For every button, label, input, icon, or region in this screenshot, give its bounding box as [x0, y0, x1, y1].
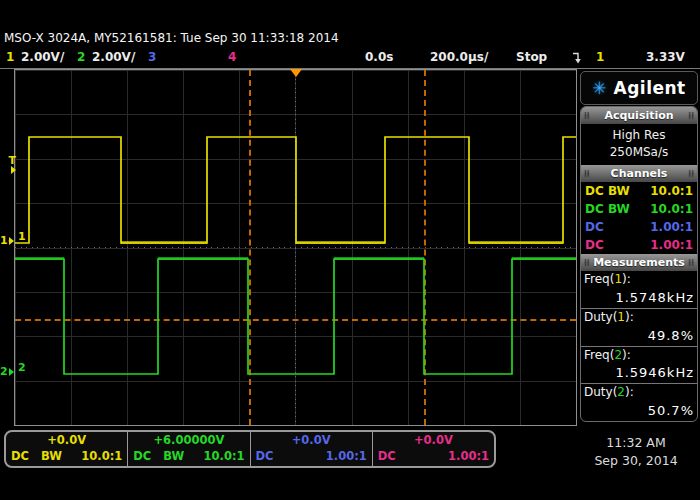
ch2-bw-limit: BW — [163, 450, 184, 463]
channel-row-4[interactable]: DC 1.00:1 — [581, 236, 697, 254]
grip-icon: ⁞⁞ — [584, 107, 590, 124]
ch1-offset: +0.0V — [11, 434, 122, 447]
channels-section-header[interactable]: ⁞⁞ Channels ⁞⁞ — [581, 165, 697, 182]
status-ch2-scale[interactable]: 2.00V/ — [92, 50, 135, 64]
graticule[interactable]: 1 2 — [14, 69, 577, 426]
instrument-title: MSO-X 3024A, MY52161581: Tue Sep 30 11:3… — [4, 31, 339, 45]
ch3-coupling: DC — [256, 450, 274, 463]
ch2-ground-marker[interactable]: 2 — [0, 367, 14, 377]
ch1-coupling: DC — [11, 450, 29, 463]
ch1-coupling: DC BW — [585, 182, 630, 200]
trigger-position-marker-icon[interactable] — [290, 69, 302, 77]
clock: 11:32 AM Sep 30, 2014 — [576, 434, 696, 470]
ch1-ground-marker[interactable]: 1 — [0, 236, 14, 246]
trigger-level-arrow-icon — [11, 166, 16, 174]
status-delay[interactable]: 0.0s — [365, 50, 393, 64]
ch3-probe-ratio: 1.00:1 — [326, 450, 367, 463]
grip-icon: ⁞⁞ — [688, 165, 694, 182]
bottom-cell-ch1[interactable]: +0.0V DC BW 10.0:1 — [6, 432, 128, 466]
ch2-ground-arrow-icon — [9, 368, 14, 376]
measurement-value: 50.7% — [584, 403, 694, 421]
ch2-probe-ratio: 10.0:1 — [650, 200, 693, 218]
ch2-offset: +6.00000V — [133, 434, 244, 447]
channel-row-2[interactable]: DC BW 10.0:1 — [581, 200, 697, 218]
measurement-row[interactable]: Freq(1): 1.5748kHz — [581, 271, 697, 309]
ch1-ground-arrow-icon — [9, 237, 14, 245]
status-timebase[interactable]: 200.0µs/ — [430, 50, 488, 64]
clock-date: Sep 30, 2014 — [576, 452, 696, 470]
brand-name: Agilent — [614, 78, 686, 98]
status-ch2-number[interactable]: 2 — [77, 50, 85, 64]
ch1-probe-ratio: 10.0:1 — [650, 182, 693, 200]
measurement-row[interactable]: Duty(1): 49.8% — [581, 309, 697, 347]
status-ch4-number[interactable]: 4 — [228, 50, 236, 64]
measurement-row[interactable]: Freq(2): 1.5946kHz — [581, 347, 697, 385]
status-ch1-scale[interactable]: 2.00V/ — [21, 50, 64, 64]
ch2-ground-inline-label: 2 — [18, 361, 26, 374]
measurements-section-header[interactable]: ⁞⁞ Measurements ⁞⁞ — [581, 254, 697, 271]
ch3-coupling: DC — [585, 218, 604, 236]
oscilloscope-screen: MSO-X 3024A, MY52161581: Tue Sep 30 11:3… — [0, 0, 700, 500]
measurement-row[interactable]: Duty(2): 50.7% — [581, 384, 697, 421]
grip-icon: ⁞⁞ — [584, 254, 590, 271]
brand-box: ✳ Agilent — [580, 71, 698, 105]
ch1-ground-label: 1 — [0, 236, 8, 246]
measurement-value: 49.8% — [584, 328, 694, 346]
status-ch3-number[interactable]: 3 — [148, 50, 156, 64]
grip-icon: ⁞⁞ — [688, 254, 694, 271]
status-ch1-number[interactable]: 1 — [6, 50, 14, 64]
measurement-value: 1.5748kHz — [584, 290, 694, 308]
measurement-list: Freq(1): 1.5748kHz Duty(1): 49.8% Freq(2… — [581, 271, 697, 421]
ch4-offset: +0.0V — [378, 434, 489, 447]
measurement-value: 1.5946kHz — [584, 365, 694, 383]
ch4-probe-ratio: 1.00:1 — [650, 236, 693, 254]
ch1-ground-inline-label: 1 — [18, 230, 26, 243]
ch1-probe-ratio: 10.0:1 — [81, 450, 122, 463]
ch2-coupling: DC BW — [585, 200, 630, 218]
sample-rate: 250MSa/s — [581, 144, 697, 161]
status-trigger-source[interactable]: 1 — [596, 50, 604, 64]
bottom-cell-ch2[interactable]: +6.00000V DC BW 10.0:1 — [128, 432, 250, 466]
falling-edge-trigger-icon — [572, 51, 583, 67]
acquisition-info: High Res 250MSa/s — [581, 124, 697, 165]
side-panel: ⁞⁞ Acquisition ⁞⁞ High Res 250MSa/s ⁞⁞ C… — [580, 106, 698, 422]
ch3-probe-ratio: 1.00:1 — [650, 218, 693, 236]
status-trigger-level[interactable]: 3.33V — [646, 50, 685, 64]
bottom-cell-ch3[interactable]: +0.0V DC 1.00:1 — [251, 432, 373, 466]
ch4-probe-ratio: 1.00:1 — [448, 450, 489, 463]
bottom-channel-bar: +0.0V DC BW 10.0:1 +6.00000V DC BW 10.0:… — [4, 430, 496, 468]
status-run-state[interactable]: Stop — [516, 50, 547, 64]
clock-time: 11:32 AM — [576, 434, 696, 452]
channel-row-1[interactable]: DC BW 10.0:1 — [581, 182, 697, 200]
agilent-spark-icon: ✳ — [592, 80, 606, 97]
trigger-level-label: T — [8, 156, 16, 166]
ch4-coupling: DC — [378, 450, 396, 463]
ch1-bw-limit: BW — [41, 450, 62, 463]
grip-icon: ⁞⁞ — [688, 107, 694, 124]
ch4-coupling: DC — [585, 236, 604, 254]
scope-display-area: 1 2 T 1 2 — [0, 69, 578, 425]
channel-row-3[interactable]: DC 1.00:1 — [581, 218, 697, 236]
ch2-ground-label: 2 — [0, 367, 8, 377]
trigger-level-marker[interactable]: T — [2, 156, 16, 174]
ch3-offset: +0.0V — [256, 434, 367, 447]
ch2-probe-ratio: 10.0:1 — [204, 450, 245, 463]
ch2-coupling: DC — [133, 450, 151, 463]
acquisition-section-header[interactable]: ⁞⁞ Acquisition ⁞⁞ — [581, 107, 697, 124]
status-bar: 1 2.00V/ 2 2.00V/ 3 4 0.0s 200.0µs/ Stop… — [0, 47, 700, 68]
bottom-cell-ch4[interactable]: +0.0V DC 1.00:1 — [373, 432, 494, 466]
waveform-traces — [15, 70, 576, 425]
acquisition-mode: High Res — [581, 127, 697, 144]
grip-icon: ⁞⁞ — [584, 165, 590, 182]
